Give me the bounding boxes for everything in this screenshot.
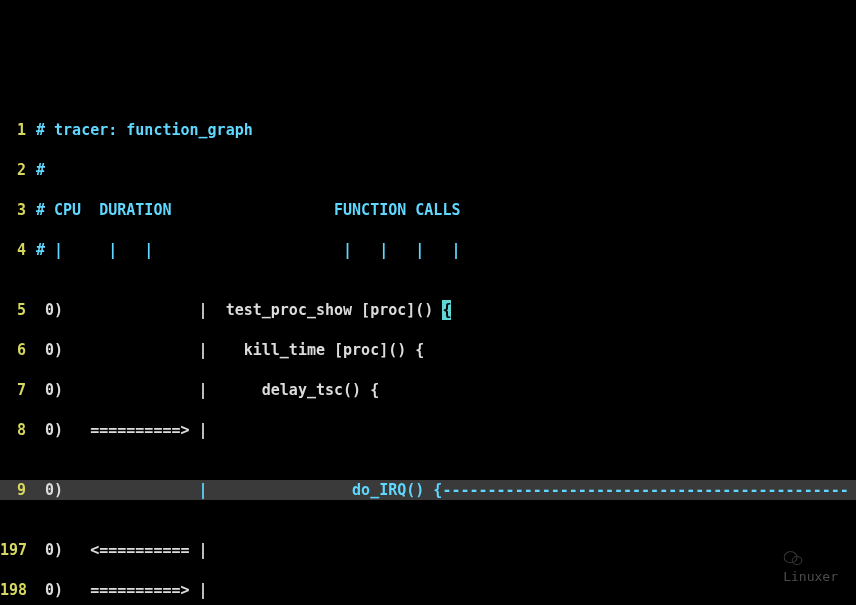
watermark-text: Linuxer (783, 569, 838, 584)
line-number: 9 (0, 480, 36, 500)
line-number: 3 (0, 200, 36, 220)
comment-text: # tracer: function_graph (36, 120, 253, 140)
trace-call: delay_tsc() { (226, 380, 380, 400)
line-number: 2 (0, 160, 36, 180)
trace-arrow-in: 0) ==========> | (36, 420, 208, 440)
trace-arrow-out: 0) <========== | (36, 540, 208, 560)
pipe: | (199, 480, 226, 500)
irq-call: do_IRQ() { (352, 480, 442, 500)
line-number: 4 (0, 240, 36, 260)
code-line: 5 0) | test_proc_show [proc]() { (0, 300, 856, 320)
cursor: { (442, 300, 451, 320)
comment-text: # CPU DURATION (36, 200, 334, 220)
trace-prefix: 0) | (36, 340, 226, 360)
trace-prefix: 0) | (36, 300, 226, 320)
code-line: 6 0) | kill_time [proc]() { (0, 340, 856, 360)
code-line: 7 0) | delay_tsc() { (0, 380, 856, 400)
svg-point-0 (784, 551, 797, 562)
comment-text: # (36, 160, 45, 180)
trace-arrow-in: 0) ==========> | (36, 580, 208, 600)
dash-line: ----------------------------------------… (442, 480, 848, 500)
wechat-icon (783, 550, 803, 566)
highlighted-line: 9 0) | do_IRQ() {-----------------------… (0, 480, 856, 500)
line-number: 197 (0, 540, 36, 560)
line-number: 7 (0, 380, 36, 400)
code-line: 4# | | | | | | | (0, 240, 856, 260)
line-number: 8 (0, 420, 36, 440)
trace-prefix: 0) (36, 480, 199, 500)
code-line: 197 0) <========== | (0, 540, 856, 560)
header-fncalls: FUNCTION CALLS (334, 200, 460, 220)
code-line: 8 0) ==========> | (0, 420, 856, 440)
code-line: 3# CPU DURATION FUNCTION CALLS (0, 200, 856, 220)
line-number: 198 (0, 580, 36, 600)
comment-text: # | | | | | | | (36, 240, 460, 260)
watermark: Linuxer (768, 527, 838, 587)
line-number: 5 (0, 300, 36, 320)
code-line: 198 0) ==========> | (0, 580, 856, 600)
line-number: 6 (0, 340, 36, 360)
code-line: 1# tracer: function_graph (0, 120, 856, 140)
trace-call: test_proc_show [proc]() (226, 300, 443, 320)
trace-prefix: 0) | (36, 380, 226, 400)
code-line: 2# (0, 160, 856, 180)
line-number: 1 (0, 120, 36, 140)
trace-call: kill_time [proc]() { (226, 340, 425, 360)
editor-viewport[interactable]: 1# tracer: function_graph 2# 3# CPU DURA… (0, 80, 856, 605)
pad (226, 480, 352, 500)
